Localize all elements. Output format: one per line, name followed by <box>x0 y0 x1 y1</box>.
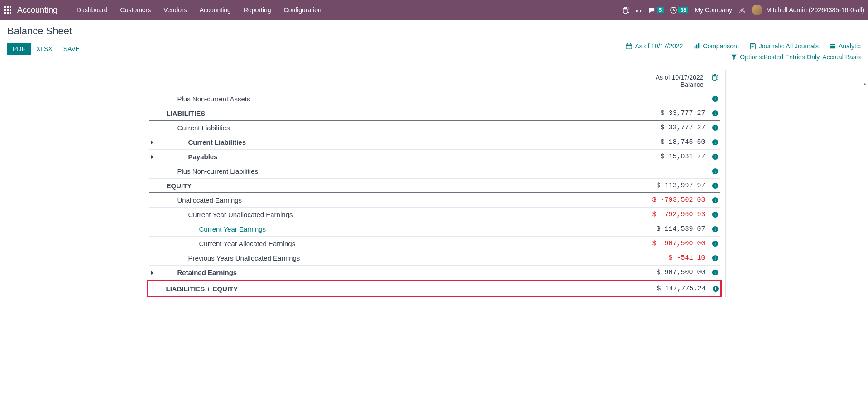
info-icon[interactable]: i <box>711 226 720 232</box>
date-label: As of 10/17/2022 <box>656 74 704 81</box>
balance-label: Balance <box>656 81 704 88</box>
report-rows: Plus Non-current AssetsiLIABILITIES$ 33,… <box>149 92 720 297</box>
svg-text:i: i <box>715 198 716 203</box>
expand-caret-icon[interactable] <box>149 140 156 145</box>
svg-rect-5 <box>10 9 11 11</box>
svg-text:i: i <box>715 241 716 246</box>
svg-rect-0 <box>4 6 6 8</box>
info-icon[interactable]: i <box>711 285 720 292</box>
activities-badge: 38 <box>678 7 688 13</box>
info-icon[interactable]: i <box>711 182 720 189</box>
svg-text:i: i <box>715 111 716 116</box>
row-label[interactable]: Current Year Earnings <box>156 225 629 233</box>
toolbar-right: As of 10/17/2022 Comparison: Journals: A… <box>626 43 861 64</box>
report-row: Current Year Unallocated Earnings$ -792,… <box>149 208 720 222</box>
row-label: Current Year Unallocated Earnings <box>156 211 629 218</box>
info-icon[interactable]: i <box>711 255 720 261</box>
svg-text:i: i <box>715 256 716 261</box>
row-label: Retained Earnings <box>156 269 629 276</box>
svg-text:i: i <box>715 286 716 291</box>
svg-text:i: i <box>715 270 716 275</box>
toolbar-left: PDF XLSX SAVE <box>7 43 85 55</box>
info-icon[interactable]: i <box>711 240 720 247</box>
filter-row-2: Options:Posted Entries Only, Accrual Bas… <box>626 53 861 61</box>
avatar <box>752 5 762 15</box>
report-row: Previous Years Unallocated Earnings$ -54… <box>149 251 720 266</box>
company-switcher[interactable]: My Company <box>695 6 732 14</box>
filter-analytic[interactable]: Analytic <box>830 43 861 50</box>
apps-icon[interactable] <box>4 6 12 14</box>
info-icon[interactable]: i <box>711 124 720 131</box>
report-row: LIABILITIES + EQUITY$ 147,775.24i <box>148 281 720 296</box>
info-icon[interactable]: i <box>711 139 720 146</box>
row-value: $ -792,960.93 <box>629 211 711 218</box>
nav-item-configuration[interactable]: Configuration <box>278 0 328 20</box>
row-label: Plus Non-current Assets <box>156 95 629 103</box>
nav-item-accounting[interactable]: Accounting <box>193 0 237 20</box>
tools-icon[interactable] <box>739 7 745 14</box>
activities-icon[interactable]: 38 <box>670 7 688 14</box>
row-label: Current Liabilities <box>156 124 629 132</box>
svg-text:i: i <box>715 125 716 130</box>
info-icon[interactable]: i <box>711 197 720 204</box>
row-value: $ -793,502.03 <box>629 196 711 204</box>
report-header-date: As of 10/17/2022 Balance <box>656 74 720 88</box>
nav-menu: DashboardCustomersVendorsAccountingRepor… <box>70 0 328 20</box>
scroll-up-arrow[interactable]: ▲ <box>863 81 867 86</box>
info-icon[interactable]: i <box>711 95 720 102</box>
row-label: Plus Non-current Liabilities <box>156 167 629 175</box>
messages-badge: 5 <box>657 7 664 13</box>
pdf-button[interactable]: PDF <box>7 43 31 55</box>
xlsx-button[interactable]: XLSX <box>31 43 58 55</box>
row-label: Payables <box>156 153 629 161</box>
messages-icon[interactable]: 5 <box>648 7 664 14</box>
svg-rect-6 <box>4 12 6 14</box>
row-value: $ 18,745.50 <box>629 138 711 146</box>
report-row: Current Liabilities$ 33,777.27i <box>149 121 720 135</box>
report-row: LIABILITIES$ 33,777.27i <box>149 106 720 121</box>
row-label: EQUITY <box>156 182 629 190</box>
support-icon[interactable] <box>635 7 642 14</box>
expand-caret-icon[interactable] <box>149 270 156 275</box>
debug-icon[interactable] <box>622 7 629 14</box>
filter-comparison[interactable]: Comparison: <box>694 43 739 50</box>
info-icon[interactable]: i <box>711 168 720 175</box>
nav-item-dashboard[interactable]: Dashboard <box>70 0 114 20</box>
report-row: Plus Non-current Liabilitiesi <box>149 164 720 179</box>
report-debug-icon[interactable] <box>711 74 718 82</box>
svg-text:i: i <box>715 212 716 217</box>
page-title: Balance Sheet <box>7 25 861 37</box>
report-row: EQUITY$ 113,997.97i <box>149 179 720 193</box>
row-value: $ 33,777.27 <box>629 109 711 117</box>
row-label: LIABILITIES + EQUITY <box>155 285 630 293</box>
row-label: Current Liabilities <box>156 138 629 146</box>
svg-rect-12 <box>696 45 698 49</box>
report-scroll: As of 10/17/2022 Balance Plus Non-curren… <box>143 70 726 297</box>
svg-text:i: i <box>715 227 716 232</box>
info-icon[interactable]: i <box>711 153 720 160</box>
save-button[interactable]: SAVE <box>58 43 85 55</box>
report-row: Plus Non-current Assetsi <box>149 92 720 106</box>
report-row: Current Liabilities$ 18,745.50i <box>149 135 720 150</box>
nav-item-reporting[interactable]: Reporting <box>237 0 278 20</box>
app-name[interactable]: Accounting <box>17 5 58 15</box>
nav-item-vendors[interactable]: Vendors <box>157 0 193 20</box>
svg-rect-13 <box>698 43 700 48</box>
report-row: Current Year Allocated Earnings$ -907,50… <box>149 237 720 251</box>
svg-text:i: i <box>715 154 716 159</box>
info-icon[interactable]: i <box>711 269 720 276</box>
filter-date[interactable]: As of 10/17/2022 <box>626 43 683 50</box>
filter-options[interactable]: Options:Posted Entries Only, Accrual Bas… <box>731 53 861 61</box>
expand-caret-icon[interactable] <box>149 155 156 159</box>
svg-rect-7 <box>7 12 9 14</box>
info-icon[interactable]: i <box>711 110 720 117</box>
nav-item-customers[interactable]: Customers <box>114 0 158 20</box>
filter-row-1: As of 10/17/2022 Comparison: Journals: A… <box>626 43 861 50</box>
report-header: As of 10/17/2022 Balance <box>149 70 720 92</box>
topbar-left: Accounting DashboardCustomersVendorsAcco… <box>4 0 328 20</box>
row-value: $ -541.10 <box>629 254 711 262</box>
row-label: Unallocated Earnings <box>156 196 629 204</box>
filter-journals[interactable]: Journals: All Journals <box>750 43 819 50</box>
user-menu[interactable]: Mitchell Admin (20264385-16-0-all) <box>752 5 864 15</box>
info-icon[interactable]: i <box>711 211 720 218</box>
